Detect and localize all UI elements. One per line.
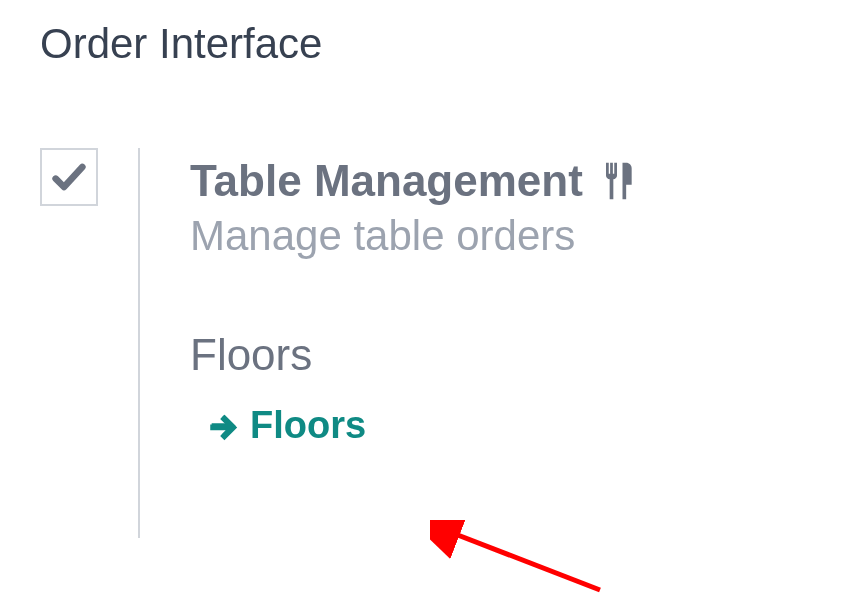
setting-label-row: Table Management — [190, 156, 816, 206]
vertical-divider — [138, 148, 140, 538]
setting-label: Table Management — [190, 156, 583, 206]
setting-description: Manage table orders — [190, 212, 816, 260]
arrow-right-icon — [206, 409, 240, 443]
svg-line-1 — [450, 532, 600, 590]
setting-content: Table Management Manage table orders Flo… — [190, 148, 816, 447]
floors-link-label: Floors — [250, 404, 366, 447]
utensils-icon — [595, 159, 639, 203]
section-title: Order Interface — [40, 20, 816, 68]
checkbox-table-management[interactable] — [40, 148, 98, 206]
check-icon — [49, 157, 89, 197]
floors-link[interactable]: Floors — [206, 404, 816, 447]
floors-sub-label: Floors — [190, 330, 816, 380]
checkbox-wrapper — [40, 148, 98, 206]
setting-table-management: Table Management Manage table orders Flo… — [40, 148, 816, 538]
